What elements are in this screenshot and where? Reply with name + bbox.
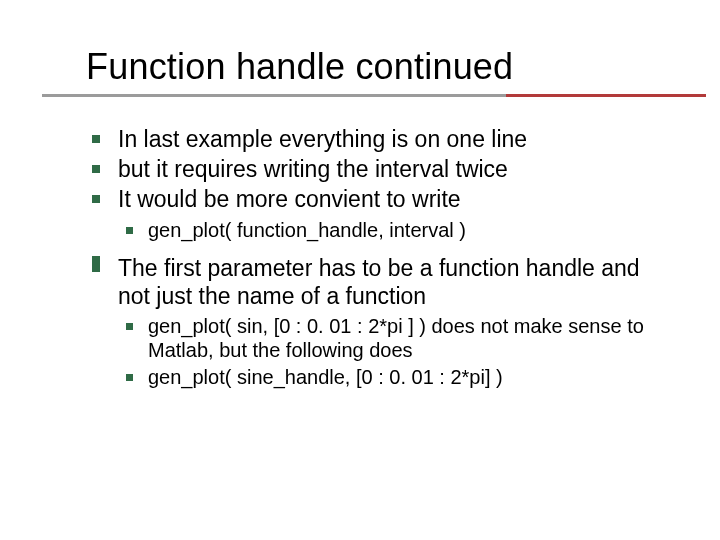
bullet-text: gen_plot( sine_handle, [0 : 0. 01 : 2*pi… [148, 366, 503, 388]
bullet-text: gen_plot( sin, [0 : 0. 01 : 2*pi ] ) doe… [148, 315, 644, 361]
slide-title: Function handle continued [86, 46, 676, 87]
sub-bullet-list: gen_plot( function_handle, interval ) [118, 218, 676, 242]
spacer [86, 246, 676, 252]
list-item: The first parameter has to be a function… [86, 254, 676, 389]
list-item: gen_plot( sin, [0 : 0. 01 : 2*pi ] ) doe… [118, 314, 676, 363]
list-item: but it requires writing the interval twi… [86, 155, 676, 183]
title-area: Function handle continued [86, 46, 676, 97]
underline-accent [506, 94, 706, 97]
bullet-text: gen_plot( function_handle, interval ) [148, 219, 466, 241]
list-item: gen_plot( function_handle, interval ) [118, 218, 676, 242]
bullet-text: but it requires writing the interval twi… [118, 156, 508, 182]
bullet-text: It would be more convient to write [118, 186, 461, 212]
title-underline [42, 94, 706, 97]
list-item: In last example everything is on one lin… [86, 125, 676, 153]
bullet-list: In last example everything is on one lin… [86, 125, 676, 389]
list-item: It would be more convient to write gen_p… [86, 185, 676, 241]
bullet-text: The first parameter has to be a function… [118, 255, 640, 309]
slide-body: In last example everything is on one lin… [86, 125, 676, 389]
sub-bullet-list: gen_plot( sin, [0 : 0. 01 : 2*pi ] ) doe… [118, 314, 676, 389]
bullet-text: In last example everything is on one lin… [118, 126, 527, 152]
slide: Function handle continued In last exampl… [0, 0, 720, 540]
list-item: gen_plot( sine_handle, [0 : 0. 01 : 2*pi… [118, 365, 676, 389]
